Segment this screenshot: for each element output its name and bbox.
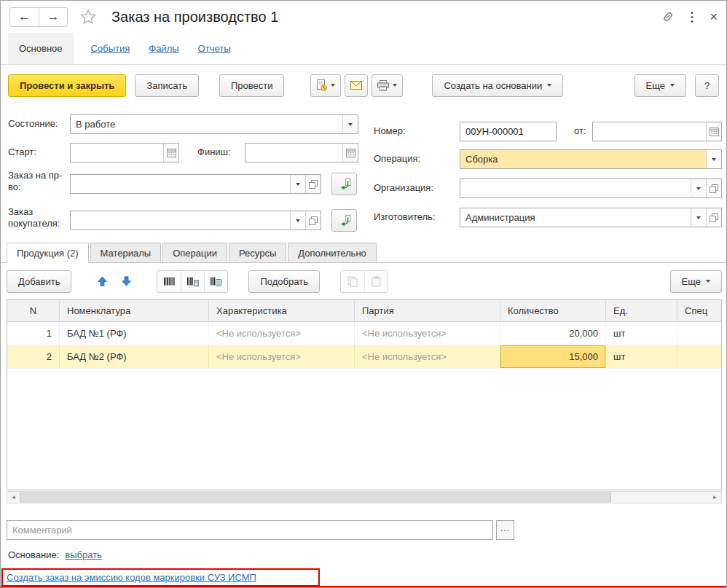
- start-date-value[interactable]: [71, 144, 163, 162]
- nav-tab-reports[interactable]: Отчеты: [197, 33, 232, 64]
- production-order-open-button[interactable]: [305, 175, 321, 193]
- tab-additional[interactable]: Дополнительно: [288, 243, 377, 262]
- fill-from-customer-order-button[interactable]: [331, 209, 357, 232]
- chevron-down-icon: [331, 84, 335, 87]
- operation-dropdown-button[interactable]: [706, 150, 721, 168]
- number-input[interactable]: [460, 122, 556, 141]
- load-from-terminal-button[interactable]: [204, 271, 227, 292]
- number-field[interactable]: [460, 122, 557, 141]
- scroll-left-button[interactable]: ◄: [7, 492, 20, 503]
- organization-open-button[interactable]: [706, 179, 721, 197]
- manufacturer-value[interactable]: Администрация: [460, 208, 691, 227]
- start-calendar-button[interactable]: [163, 144, 178, 162]
- comment-input[interactable]: [7, 521, 492, 539]
- fill-from-production-order-button[interactable]: [331, 173, 357, 195]
- cell-characteristic[interactable]: <Не используется>: [209, 345, 355, 368]
- cell-batch[interactable]: <Не используется>: [355, 322, 500, 345]
- operation-combobox[interactable]: Сборка: [460, 149, 722, 169]
- cell-nomenclature[interactable]: БАД №2 (РФ): [60, 345, 209, 368]
- forward-button[interactable]: →: [39, 8, 67, 26]
- customer-order-value[interactable]: [71, 211, 290, 230]
- help-button[interactable]: ?: [695, 74, 719, 97]
- window-menu-button[interactable]: [691, 11, 693, 23]
- start-date-field[interactable]: [70, 143, 179, 162]
- cell-unit[interactable]: шт: [606, 322, 677, 345]
- tab-materials[interactable]: Материалы: [90, 243, 162, 262]
- copy-rows-button[interactable]: [341, 271, 364, 292]
- cell-quantity-selected[interactable]: 15,000: [500, 345, 606, 368]
- favorite-star-button[interactable]: [79, 8, 97, 26]
- organization-value[interactable]: [460, 179, 691, 197]
- finish-calendar-button[interactable]: [342, 144, 358, 162]
- customer-order-dropdown-button[interactable]: [290, 211, 305, 230]
- post-and-close-button[interactable]: Провести и закрыть: [8, 74, 126, 97]
- document-date-value[interactable]: [593, 122, 706, 141]
- cell-nomenclature[interactable]: БАД №1 (РФ): [60, 322, 209, 345]
- cell-spec[interactable]: [677, 322, 721, 345]
- create-emission-order-link[interactable]: Создать заказ на эмиссию кодов маркировк…: [7, 572, 256, 583]
- table-row[interactable]: 2 БАД №2 (РФ) <Не используется> <Не испо…: [7, 345, 721, 369]
- tab-operations[interactable]: Операции: [162, 243, 227, 262]
- move-down-button[interactable]: [116, 271, 136, 292]
- cell-n[interactable]: 2: [7, 345, 60, 368]
- horizontal-scrollbar[interactable]: ◄ ►: [7, 491, 722, 503]
- enter-barcode-button[interactable]: [181, 271, 204, 292]
- comment-ellipsis-button[interactable]: ...: [496, 520, 514, 540]
- grid-more-button[interactable]: Еще: [670, 270, 722, 293]
- nav-tab-events[interactable]: События: [90, 33, 132, 64]
- cell-unit[interactable]: шт: [606, 345, 677, 368]
- cell-quantity[interactable]: 20,000: [500, 322, 606, 345]
- document-date-calendar-button[interactable]: [706, 122, 721, 141]
- manufacturer-open-button[interactable]: [706, 208, 721, 227]
- tab-products[interactable]: Продукция (2): [7, 243, 89, 263]
- manufacturer-combobox[interactable]: Администрация: [460, 208, 722, 227]
- number-label: Номер:: [374, 125, 406, 136]
- print-button[interactable]: [372, 74, 403, 97]
- scroll-right-button[interactable]: ►: [709, 492, 721, 503]
- production-order-value[interactable]: [71, 175, 290, 193]
- link-icon: [661, 10, 675, 23]
- post-button[interactable]: Провести: [219, 74, 285, 97]
- finish-date-field[interactable]: [245, 143, 358, 162]
- state-combobox[interactable]: В работе: [70, 114, 358, 134]
- create-linked-document-button[interactable]: [310, 74, 341, 97]
- production-order-dropdown-button[interactable]: [290, 175, 305, 193]
- organization-combobox[interactable]: [460, 179, 722, 198]
- get-link-button[interactable]: [661, 10, 675, 23]
- document-date-field[interactable]: [592, 122, 722, 141]
- add-row-button[interactable]: Добавить: [7, 270, 71, 293]
- customer-order-combobox[interactable]: [70, 211, 321, 230]
- manufacturer-dropdown-button[interactable]: [691, 208, 706, 227]
- mail-button[interactable]: [345, 74, 368, 97]
- basis-select-link[interactable]: выбрать: [65, 549, 102, 560]
- cell-spec[interactable]: [677, 345, 721, 368]
- customer-order-open-button[interactable]: [305, 211, 321, 230]
- organization-dropdown-button[interactable]: [691, 179, 706, 197]
- operation-value[interactable]: Сборка: [460, 150, 706, 168]
- nav-tab-files[interactable]: Файлы: [147, 33, 180, 64]
- cell-batch[interactable]: <Не используется>: [355, 345, 500, 368]
- chevron-down-icon: [670, 84, 675, 87]
- nav-tab-main[interactable]: Основное: [8, 33, 74, 64]
- scroll-track[interactable]: [611, 492, 709, 503]
- write-button[interactable]: Записать: [135, 74, 199, 97]
- state-dropdown-button[interactable]: [342, 115, 358, 133]
- basis-label: Основание:: [8, 549, 59, 560]
- create-based-on-button[interactable]: Создать на основании: [432, 74, 563, 97]
- close-button[interactable]: ×: [710, 10, 718, 23]
- table-row[interactable]: 1 БАД №1 (РФ) <Не используется> <Не испо…: [7, 322, 721, 345]
- pick-button[interactable]: Подобрать: [248, 270, 319, 293]
- tab-resources[interactable]: Ресурсы: [229, 243, 286, 262]
- chevron-down-icon: [696, 216, 701, 219]
- back-button[interactable]: ←: [10, 8, 39, 26]
- scan-barcode-button[interactable]: [157, 271, 181, 292]
- move-up-button[interactable]: [92, 271, 112, 292]
- more-button[interactable]: Еще: [634, 74, 686, 97]
- production-order-combobox[interactable]: [70, 174, 321, 194]
- paste-rows-button[interactable]: [364, 271, 388, 292]
- cell-characteristic[interactable]: <Не используется>: [209, 322, 355, 345]
- scroll-thumb[interactable]: [20, 492, 611, 503]
- state-value[interactable]: В работе: [71, 115, 342, 133]
- cell-n[interactable]: 1: [7, 322, 60, 345]
- finish-date-value[interactable]: [245, 144, 342, 162]
